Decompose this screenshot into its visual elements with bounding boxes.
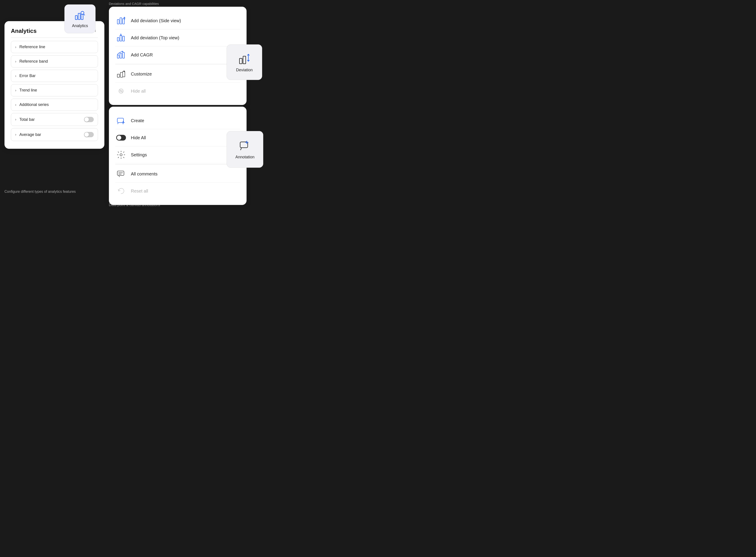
- reference-band-left: › Reference band: [15, 59, 48, 64]
- reset-icon: [116, 186, 126, 196]
- total-bar-label: Total bar: [19, 117, 35, 122]
- annotation-badge-label: Annotation: [235, 155, 254, 159]
- svg-rect-24: [239, 58, 242, 64]
- svg-rect-5: [117, 20, 119, 24]
- deviation-hide-all-label: Hide all: [131, 89, 146, 94]
- reference-band-chevron: ›: [15, 60, 16, 63]
- svg-rect-1: [78, 13, 80, 20]
- hide-all-annotation-icon: [116, 133, 126, 143]
- svg-rect-10: [120, 35, 122, 41]
- analytics-icon: [74, 10, 86, 22]
- average-bar-left: › Average bar: [15, 133, 41, 137]
- reset-all-label: Reset all: [131, 188, 148, 194]
- add-cagr-item[interactable]: Add CAGR: [115, 47, 240, 63]
- error-bar-item[interactable]: › Error Bar: [11, 70, 98, 82]
- deviation-side-icon: [116, 16, 126, 26]
- annotation-badge[interactable]: Annotation: [227, 131, 263, 168]
- svg-line-28: [118, 123, 118, 124]
- reference-line-left: › Reference line: [15, 45, 45, 49]
- svg-rect-32: [117, 171, 124, 175]
- reference-line-item[interactable]: › Reference line: [11, 41, 98, 53]
- reference-band-item[interactable]: › Reference band: [11, 55, 98, 67]
- create-annotation-item[interactable]: Create: [115, 112, 240, 129]
- hide-all-annotation-label: Hide All: [131, 135, 146, 140]
- total-bar-toggle[interactable]: [84, 117, 94, 122]
- customize-icon: [116, 69, 126, 79]
- additional-series-left: › Additional series: [15, 102, 49, 107]
- settings-item[interactable]: Settings: [115, 146, 240, 164]
- svg-rect-27: [117, 118, 123, 123]
- svg-rect-13: [117, 55, 119, 58]
- create-annotation-icon: [116, 116, 126, 125]
- error-bar-chevron: ›: [15, 74, 16, 78]
- all-comments-label: All comments: [131, 172, 157, 177]
- create-annotation-label: Create: [131, 118, 144, 123]
- trend-line-item[interactable]: › Trend line: [11, 84, 98, 96]
- analytics-panel-divider: [11, 37, 98, 38]
- svg-rect-2: [81, 14, 83, 20]
- additional-series-item[interactable]: › Additional series: [11, 98, 98, 111]
- add-cagr-label: Add CAGR: [131, 52, 153, 58]
- customize-label: Customize: [131, 71, 152, 77]
- svg-line-4: [84, 14, 85, 15]
- deviations-divider: [115, 64, 240, 65]
- svg-rect-16: [117, 74, 119, 77]
- svg-rect-0: [75, 16, 77, 20]
- svg-rect-11: [123, 36, 124, 41]
- hide-all-icon: [116, 86, 126, 96]
- svg-rect-6: [120, 18, 122, 24]
- annotations-panel: Create Hide All Settings: [109, 107, 246, 205]
- add-deviation-side-label: Add deviation (Side view): [131, 18, 181, 23]
- reference-line-label: Reference line: [19, 45, 45, 49]
- svg-rect-9: [117, 37, 119, 41]
- settings-label: Settings: [131, 152, 147, 157]
- add-deviation-side-item[interactable]: Add deviation (Side view): [115, 12, 240, 29]
- deviation-badge[interactable]: Deviation: [227, 45, 262, 80]
- deviations-caption: Deviations and CAGR capabilities: [109, 2, 159, 5]
- settings-icon: [116, 150, 126, 160]
- deviation-top-icon: [116, 33, 126, 42]
- svg-rect-17: [120, 72, 123, 77]
- average-bar-item[interactable]: › Average bar: [11, 128, 98, 141]
- analytics-panel-title: Analytics: [11, 28, 37, 34]
- additional-series-chevron: ›: [15, 103, 16, 107]
- all-comments-item[interactable]: All comments: [115, 166, 240, 182]
- reset-all-item[interactable]: Reset all: [115, 182, 240, 200]
- additional-series-label: Additional series: [19, 102, 49, 107]
- reference-line-chevron: ›: [15, 45, 16, 49]
- svg-point-31: [120, 154, 122, 156]
- add-deviation-top-label: Add deviation (Top view): [131, 35, 179, 40]
- error-bar-label: Error Bar: [19, 74, 35, 78]
- reference-band-label: Reference band: [19, 59, 48, 64]
- total-bar-item[interactable]: › Total bar: [11, 113, 98, 126]
- svg-rect-14: [120, 53, 122, 58]
- trend-line-chevron: ›: [15, 88, 16, 92]
- deviation-hide-all-item[interactable]: Hide all: [115, 83, 240, 99]
- cagr-icon: [116, 50, 126, 60]
- trend-line-label: Trend line: [19, 88, 37, 93]
- annotation-badge-icon: [238, 139, 252, 153]
- average-bar-toggle[interactable]: [84, 132, 94, 137]
- customize-item[interactable]: Customize: [115, 65, 240, 83]
- total-bar-left: › Total bar: [15, 117, 35, 122]
- average-bar-label: Average bar: [19, 133, 41, 137]
- total-bar-chevron: ›: [15, 117, 16, 121]
- average-bar-chevron: ›: [15, 133, 16, 137]
- comments-icon: [116, 169, 126, 179]
- deviation-badge-icon: [238, 52, 251, 65]
- hide-all-toggle[interactable]: [116, 135, 126, 141]
- deviation-badge-label: Deviation: [236, 68, 253, 72]
- svg-line-37: [241, 148, 241, 150]
- deviations-panel: Add deviation (Side view) Add deviation …: [109, 7, 246, 105]
- analytics-caption: Configure different types of analytics f…: [4, 190, 76, 194]
- annotations-divider: [115, 164, 240, 165]
- analytics-icon-button[interactable]: Analytics: [64, 4, 95, 33]
- trend-line-left: › Trend line: [15, 88, 37, 93]
- svg-rect-18: [123, 71, 125, 77]
- hide-all-annotation-item[interactable]: Hide All: [115, 129, 240, 146]
- analytics-panel: Analytics × › Reference line › Reference…: [4, 21, 105, 149]
- add-deviation-top-item[interactable]: Add deviation (Top view): [115, 29, 240, 47]
- svg-rect-15: [123, 52, 124, 58]
- svg-rect-25: [243, 56, 246, 64]
- error-bar-left: › Error Bar: [15, 74, 35, 78]
